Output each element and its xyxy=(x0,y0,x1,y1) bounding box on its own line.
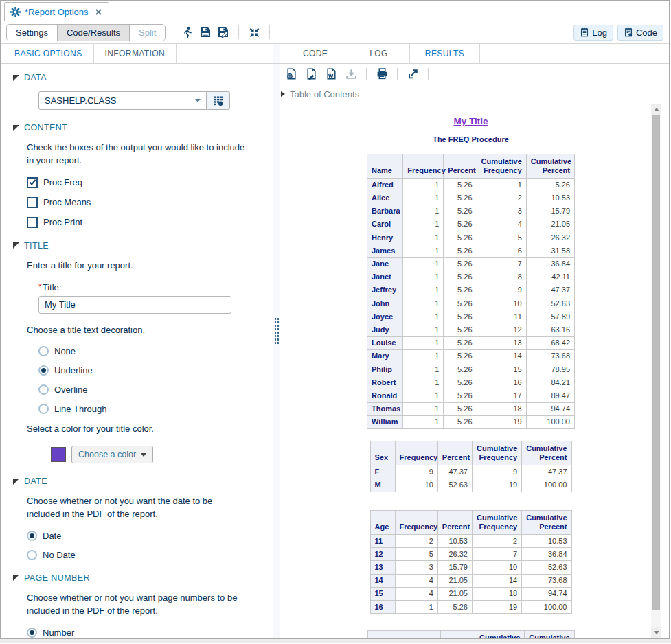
results-scrollbar[interactable] xyxy=(651,104,661,638)
data-cell: 36.84 xyxy=(526,257,574,271)
data-cell: 12 xyxy=(477,323,526,336)
scroll-up-button[interactable] xyxy=(651,104,661,115)
data-cell: 11 xyxy=(477,310,526,323)
dataset-select[interactable]: SASHELP.CLASS xyxy=(38,91,207,110)
tab-code[interactable]: CODE xyxy=(283,44,348,63)
choose-color-button[interactable]: Choose a color xyxy=(71,446,153,463)
save-button[interactable] xyxy=(196,24,214,41)
data-cell: 5 xyxy=(477,231,526,244)
toc-label: Table of Contents xyxy=(290,89,359,100)
document-tabbar: *Report Options xyxy=(1,1,669,21)
table-of-contents-toggle[interactable]: Table of Contents xyxy=(273,84,669,104)
freq-table-name: NameFrequencyPercentCumulative Frequency… xyxy=(367,154,575,429)
required-marker: * xyxy=(38,282,42,292)
radio-button[interactable] xyxy=(27,550,37,560)
freq-table-age: AgeFrequencyPercentCumulative FrequencyC… xyxy=(370,510,572,614)
radio-row[interactable]: Number xyxy=(27,628,259,638)
row-header-cell: Barbara xyxy=(367,205,403,218)
table-row: F947.37947.37 xyxy=(370,465,571,479)
select-table-button[interactable] xyxy=(207,91,230,110)
open-new-window-button[interactable] xyxy=(405,66,421,82)
code-shortcut-button[interactable]: Code xyxy=(617,25,663,41)
html-document-icon xyxy=(286,68,297,80)
restore-view-button[interactable] xyxy=(245,24,263,41)
data-cell: 5.26 xyxy=(444,310,477,323)
window-bottom-strip xyxy=(0,639,671,643)
data-cell: 5.26 xyxy=(444,415,477,428)
settings-panel-tabs: BASIC OPTIONS INFORMATION xyxy=(1,44,273,64)
section-header-content[interactable]: CONTENT xyxy=(13,123,259,133)
column-header: Cumulative Percent xyxy=(522,441,571,465)
radio-button[interactable] xyxy=(38,346,49,356)
checkbox-row[interactable]: Proc Print xyxy=(27,217,259,228)
checkbox[interactable] xyxy=(27,177,38,188)
row-header-cell: Janet xyxy=(367,271,403,284)
section-header-page-number[interactable]: PAGE NUMBER xyxy=(13,573,259,583)
radio-row[interactable]: Date xyxy=(27,531,259,541)
data-cell: 1 xyxy=(403,402,444,415)
close-icon[interactable] xyxy=(95,9,102,15)
row-header-cell: William xyxy=(367,415,403,428)
data-cell: 14 xyxy=(477,349,526,363)
section-header-date[interactable]: DATE xyxy=(13,476,259,486)
radio-button[interactable] xyxy=(27,531,37,541)
split-view-button[interactable]: Split xyxy=(130,25,165,41)
row-header-cell: Alice xyxy=(367,192,403,205)
log-shortcut-button[interactable]: Log xyxy=(573,25,613,41)
table-row: 11210.53210.53 xyxy=(370,535,571,548)
section-header-data[interactable]: DATA xyxy=(13,73,259,82)
data-cell: 15.79 xyxy=(437,561,472,574)
radio-row[interactable]: No Date xyxy=(27,550,259,560)
checkbox[interactable] xyxy=(27,217,38,228)
checkbox[interactable] xyxy=(27,197,38,208)
tab-report-options[interactable]: *Report Options xyxy=(4,2,109,21)
tab-results[interactable]: RESULTS xyxy=(410,44,480,63)
scrollbar-thumb[interactable] xyxy=(652,115,660,610)
radio-row[interactable]: Underline xyxy=(38,365,259,376)
settings-view-button[interactable]: Settings xyxy=(7,25,58,41)
table-row: Janet15.26842.11 xyxy=(367,271,575,284)
scroll-down-button[interactable] xyxy=(651,627,661,638)
radio-row[interactable]: Line Through xyxy=(38,404,259,414)
save-icon xyxy=(200,27,211,38)
word-results-button[interactable] xyxy=(323,66,339,82)
tab-information[interactable]: INFORMATION xyxy=(94,44,177,63)
radio-label: No Date xyxy=(43,550,76,560)
panel-splitter-grip[interactable] xyxy=(274,317,280,345)
tab-basic-options[interactable]: BASIC OPTIONS xyxy=(3,44,94,63)
radio-button[interactable] xyxy=(38,404,49,414)
print-results-button[interactable] xyxy=(374,66,390,82)
data-cell: 5.26 xyxy=(444,231,477,244)
row-header-cell: John xyxy=(367,297,403,310)
column-header: Percent xyxy=(437,510,472,534)
data-cell: 21.05 xyxy=(437,574,472,587)
checkbox-row[interactable]: Proc Freq xyxy=(27,177,259,188)
data-cell: 1 xyxy=(403,231,444,244)
results-viewport: My Title The FREQ Procedure NameFrequenc… xyxy=(280,104,661,638)
collapse-triangle-icon xyxy=(13,242,19,249)
run-button[interactable] xyxy=(179,24,196,41)
download-icon xyxy=(345,68,357,80)
data-cell: 9 xyxy=(472,465,521,479)
tab-log[interactable]: LOG xyxy=(348,44,410,63)
section-header-title[interactable]: TITLE xyxy=(13,241,259,251)
checkbox-row[interactable]: Proc Means xyxy=(27,197,259,208)
radio-button[interactable] xyxy=(27,628,37,638)
data-cell: 5.26 xyxy=(444,389,477,402)
radio-row[interactable]: None xyxy=(38,346,259,356)
column-header: Age xyxy=(370,510,395,534)
title-input[interactable] xyxy=(38,296,231,314)
pdf-results-button[interactable] xyxy=(303,66,319,82)
save-as-button[interactable] xyxy=(214,24,232,41)
code-results-view-button[interactable]: Code/Results xyxy=(58,25,130,41)
data-cell: 3 xyxy=(395,561,437,574)
data-cell: 63.16 xyxy=(526,323,574,336)
radio-button[interactable] xyxy=(38,365,49,376)
html-results-button[interactable] xyxy=(283,66,299,82)
page-number-prompt: Choose whether or not you want page numb… xyxy=(27,592,248,618)
table-row: Mary15.261473.68 xyxy=(367,349,575,363)
pdf-document-icon xyxy=(306,68,317,80)
table-row: William15.2619100.00 xyxy=(367,415,575,428)
radio-row[interactable]: Overline xyxy=(38,384,259,395)
radio-button[interactable] xyxy=(38,384,49,395)
